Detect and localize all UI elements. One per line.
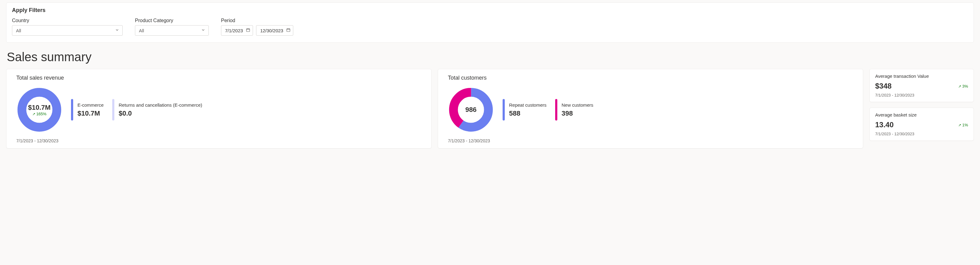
- card-date-range: 7/1/2023 - 12/30/2023: [875, 93, 968, 97]
- card-title: Average transaction Value: [875, 73, 968, 79]
- filter-country: Country All: [12, 18, 123, 36]
- metric-value: $0.0: [119, 109, 202, 117]
- period-end-input[interactable]: 12/30/2023: [256, 25, 293, 36]
- revenue-donut-chart: $10.7M 165%: [16, 87, 62, 133]
- metric-value: 588: [509, 109, 547, 117]
- metric-value: $348: [875, 82, 891, 90]
- filter-category: Product Category All: [135, 18, 209, 36]
- card-date-range: 7/1/2023 - 12/30/2023: [875, 132, 968, 136]
- small-cards-column: Average transaction Value $348 3% 7/1/20…: [869, 69, 974, 149]
- revenue-delta: 165%: [32, 112, 46, 116]
- metric-delta: 1%: [958, 123, 968, 127]
- metric-returns: Returns and cancellations (E-commerce) $…: [112, 99, 202, 121]
- page-title: Sales summary: [7, 50, 974, 64]
- card-title: Total sales revenue: [16, 75, 425, 81]
- metric-label: E-commerce: [78, 102, 103, 108]
- metric-label: Repeat customers: [509, 102, 547, 108]
- metric-value: 13.40: [875, 121, 894, 129]
- filters-title: Apply Filters: [12, 7, 968, 14]
- metric-ecommerce: E-commerce $10.7M: [71, 99, 103, 121]
- filters-row: Country All Product Category All Period: [12, 18, 968, 36]
- card-avg-basket-size: Average basket size 13.40 1% 7/1/2023 - …: [869, 108, 974, 141]
- revenue-donut-value: $10.7M: [28, 103, 51, 112]
- svg-rect-0: [247, 29, 250, 31]
- filter-country-label: Country: [12, 18, 123, 23]
- customers-donut-value: 986: [465, 106, 477, 114]
- calendar-icon: [246, 28, 250, 33]
- arrow-up-icon: [958, 84, 961, 89]
- bar-indicator-icon: [555, 99, 557, 121]
- card-date-range: 7/1/2023 - 12/30/2023: [448, 138, 856, 143]
- summary-cards-row: Total sales revenue $10.7M 165% E-commer…: [6, 69, 974, 149]
- metric-label: New customers: [562, 102, 593, 108]
- chevron-down-icon: [201, 28, 205, 33]
- period-start-value: 7/1/2023: [225, 28, 243, 33]
- arrow-up-icon: [32, 112, 35, 116]
- filter-category-label: Product Category: [135, 18, 209, 23]
- category-select-value: All: [139, 28, 144, 33]
- card-title: Total customers: [448, 75, 856, 81]
- metric-delta: 3%: [958, 84, 968, 89]
- bar-indicator-icon: [71, 99, 73, 121]
- metric-new-customers: New customers 398: [555, 99, 593, 121]
- metric-value: 398: [562, 109, 593, 117]
- metric-repeat-customers: Repeat customers 588: [503, 99, 547, 121]
- svg-rect-4: [287, 29, 290, 31]
- period-start-input[interactable]: 7/1/2023: [221, 25, 253, 36]
- metric-label: Returns and cancellations (E-commerce): [119, 102, 202, 108]
- chevron-down-icon: [115, 28, 119, 33]
- filters-panel: Apply Filters Country All Product Catego…: [6, 2, 974, 43]
- card-total-customers: Total customers 986 Repeat customers 588…: [438, 69, 863, 149]
- customers-donut-chart: 986: [448, 87, 494, 133]
- card-title: Average basket size: [875, 112, 968, 117]
- calendar-icon: [286, 28, 291, 33]
- card-date-range: 7/1/2023 - 12/30/2023: [16, 138, 425, 143]
- country-select[interactable]: All: [12, 25, 123, 36]
- bar-indicator-icon: [112, 99, 115, 121]
- country-select-value: All: [16, 28, 21, 33]
- arrow-up-icon: [958, 123, 961, 127]
- filter-period: Period 7/1/2023 12/30/2023: [221, 18, 293, 36]
- bar-indicator-icon: [503, 99, 505, 121]
- filter-period-label: Period: [221, 18, 293, 23]
- period-end-value: 12/30/2023: [260, 28, 283, 33]
- card-avg-transaction-value: Average transaction Value $348 3% 7/1/20…: [869, 69, 974, 102]
- card-total-sales-revenue: Total sales revenue $10.7M 165% E-commer…: [6, 69, 431, 149]
- metric-value: $10.7M: [78, 109, 103, 117]
- category-select[interactable]: All: [135, 25, 209, 36]
